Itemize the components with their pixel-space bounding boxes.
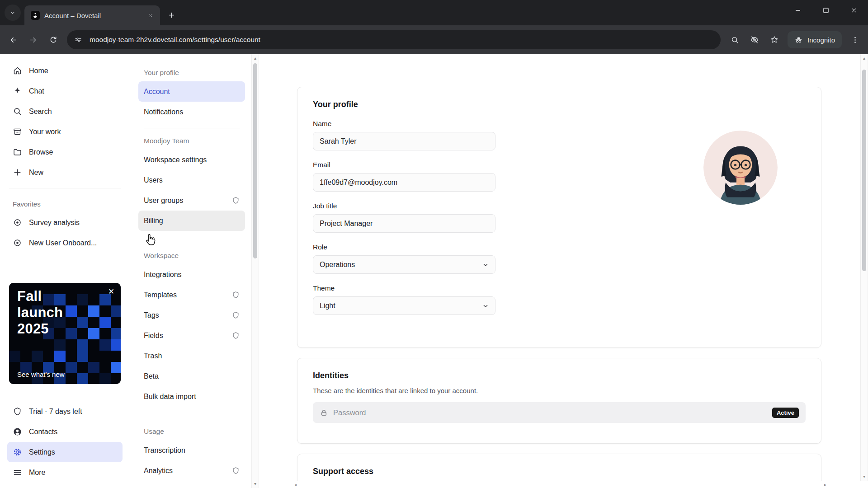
main-scrollbar[interactable]: ▴ ▾ <box>860 54 868 481</box>
favorite-item-label: Survey analysis <box>29 219 80 227</box>
scroll-up-icon[interactable]: ▴ <box>252 55 259 61</box>
scroll-down-icon[interactable]: ▾ <box>252 481 259 487</box>
settings-nav-item-templates[interactable]: Templates <box>138 285 245 305</box>
gear-icon <box>13 447 22 457</box>
restore-button[interactable] <box>812 0 840 21</box>
sidebar-item-label: Search <box>29 108 52 116</box>
sidebar-item-search[interactable]: Search <box>7 101 123 122</box>
sidebar-item-label: Settings <box>29 448 55 456</box>
scroll-left-icon[interactable]: ◂ <box>294 482 297 487</box>
sidebar-item-chat[interactable]: Chat <box>7 81 123 101</box>
close-window-button[interactable] <box>840 0 868 21</box>
sidebar-item-trial[interactable]: Trial · 7 days left <box>7 401 123 422</box>
email-input[interactable] <box>313 173 495 192</box>
favorite-item-survey-analysis[interactable]: Survey analysis <box>7 212 123 233</box>
theme-label: Theme <box>313 284 806 292</box>
settings-section-header: Moodjoy Team <box>138 134 245 148</box>
lock-icon <box>320 408 328 417</box>
favorite-item-new-user-onboarding[interactable]: New User Onboard... <box>7 233 123 253</box>
forward-button[interactable] <box>24 30 42 49</box>
settings-nav-item-user-groups[interactable]: User groups <box>138 190 245 211</box>
support-access-card: Support access <box>297 454 821 481</box>
sidebar-footer: Trial · 7 days left Contacts Settings Mo… <box>7 401 123 483</box>
settings-nav-label: Analytics <box>144 467 173 475</box>
settings-nav-item-fields[interactable]: Fields <box>138 325 245 346</box>
settings-nav-item-trash[interactable]: Trash <box>138 346 245 366</box>
scroll-up-icon[interactable]: ▴ <box>861 55 868 61</box>
identities-description: These are the identities that are linked… <box>313 387 806 394</box>
settings-nav-label: Users <box>144 176 163 184</box>
promo-close-icon[interactable]: ✕ <box>105 286 117 297</box>
back-button[interactable] <box>4 30 23 49</box>
tab-title: Account – Dovetail <box>44 12 140 19</box>
main-panel: Your profile Name Email Job title Role O… <box>259 54 868 488</box>
theme-select[interactable]: Light <box>313 296 495 315</box>
sidebar-item-browse[interactable]: Browse <box>7 142 123 162</box>
sidebar-item-label: New <box>29 169 43 177</box>
tab-close-icon[interactable] <box>145 9 156 21</box>
bookmark-star-icon[interactable] <box>765 30 784 49</box>
scrollbar-thumb[interactable] <box>253 63 257 258</box>
url-text: moodjoy-team-2h2v.dovetail.com/settings/… <box>90 36 260 44</box>
site-info-icon[interactable] <box>71 32 86 47</box>
promo-link[interactable]: See what's new <box>17 371 65 378</box>
minimize-button[interactable] <box>784 0 812 21</box>
new-tab-button[interactable] <box>164 7 179 23</box>
promo-card[interactable]: Fall launch 2025 See what's new ✕ <box>9 283 121 384</box>
role-select[interactable]: Operations <box>313 255 495 274</box>
main-horizontal-scrollbar[interactable]: ◂ ▸ <box>294 481 826 488</box>
settings-nav-item-transcription[interactable]: Transcription <box>138 440 245 460</box>
sidebar-item-label: Browse <box>29 148 53 156</box>
password-identity-row[interactable]: Password Active <box>313 402 806 423</box>
name-label: Name <box>313 120 806 128</box>
sidebar-item-more[interactable]: More <box>7 462 123 483</box>
identities-card-title: Identities <box>313 371 806 380</box>
scrollbar-thumb[interactable] <box>862 70 866 271</box>
chevron-down-icon <box>481 302 490 310</box>
tab-search-button[interactable] <box>5 5 21 21</box>
reload-button[interactable] <box>43 30 62 49</box>
browser-menu-icon[interactable] <box>845 30 864 49</box>
name-input[interactable] <box>313 132 495 150</box>
sidebar-item-settings[interactable]: Settings <box>7 442 123 462</box>
avatar[interactable] <box>703 131 778 205</box>
scroll-down-icon[interactable]: ▾ <box>861 474 868 480</box>
settings-nav-label: Fields <box>144 332 163 340</box>
settings-nav-label: Integrations <box>144 271 182 279</box>
sidebar-item-label: Chat <box>29 87 44 95</box>
settings-nav-item-users[interactable]: Users <box>138 170 245 190</box>
url-bar[interactable]: moodjoy-team-2h2v.dovetail.com/settings/… <box>67 30 721 49</box>
sidebar-item-label: Home <box>29 67 48 75</box>
settings-nav-item-integrations[interactable]: Integrations <box>138 264 245 285</box>
settings-nav-item-notifications[interactable]: Notifications <box>138 102 245 122</box>
browser-tab[interactable]: Account – Dovetail <box>24 5 160 25</box>
incognito-icon <box>794 36 803 44</box>
password-eye-off-icon[interactable] <box>745 30 764 49</box>
settings-nav-item-tags[interactable]: Tags <box>138 305 245 325</box>
browser-chrome: Account – Dovetail moodjoy-team-2h2v.dov… <box>0 0 868 54</box>
password-label: Password <box>333 408 767 417</box>
favorites-header: Favorites <box>7 194 123 212</box>
settings-nav-item-bulk-data-import[interactable]: Bulk data import <box>138 386 245 407</box>
sidebar-item-your-work[interactable]: Your work <box>7 122 123 142</box>
premium-shield-icon <box>232 197 240 204</box>
settings-nav-item-billing[interactable]: Billing <box>138 211 245 231</box>
settings-nav-label: Account <box>144 88 170 96</box>
settings-nav-item-analytics[interactable]: Analytics <box>138 460 245 481</box>
chevron-down-icon <box>481 261 490 269</box>
sidebar-item-label: Trial · 7 days left <box>29 408 82 416</box>
scroll-right-icon[interactable]: ▸ <box>824 482 826 487</box>
sidebar-item-home[interactable]: Home <box>7 61 123 81</box>
sidebar-item-new[interactable]: New <box>7 162 123 183</box>
job-title-input[interactable] <box>313 214 495 233</box>
zoom-icon[interactable] <box>725 30 744 49</box>
sidebar-item-contacts[interactable]: Contacts <box>7 422 123 442</box>
settings-nav-item-beta[interactable]: Beta <box>138 366 245 386</box>
theme-value: Light <box>320 302 335 310</box>
settings-nav-item-account[interactable]: Account <box>138 81 245 102</box>
settings-nav-scrollbar[interactable]: ▴ ▾ <box>251 54 259 488</box>
role-value: Operations <box>320 261 355 269</box>
settings-nav-item-workspace-settings[interactable]: Workspace settings <box>138 150 245 170</box>
favorite-item-label: New User Onboard... <box>29 239 97 247</box>
premium-shield-icon <box>232 467 240 474</box>
